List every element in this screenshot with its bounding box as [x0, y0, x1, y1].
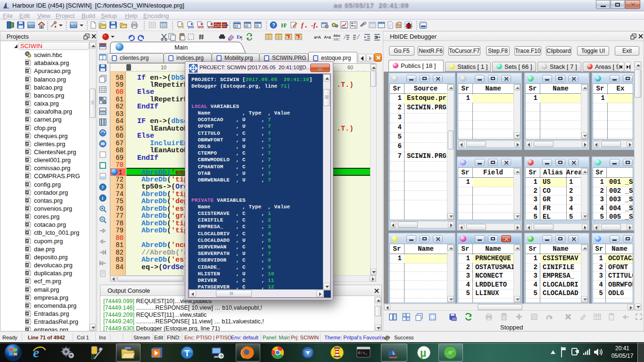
svg-text:¶: ¶	[240, 35, 242, 41]
svg-text:P: P	[26, 272, 29, 275]
svg-text:-f: -f	[311, 22, 316, 29]
svg-text:H: H	[281, 22, 286, 29]
svg-text:P: P	[26, 61, 29, 65]
svg-text:?: ?	[272, 22, 275, 28]
svg-text:P: P	[26, 280, 29, 283]
svg-text:P: P	[26, 288, 29, 291]
svg-text:C:\_: C:\_	[358, 351, 367, 355]
svg-text:P: P	[26, 263, 29, 267]
svg-text:Abc: Abc	[333, 33, 341, 38]
svg-text:1010: 1010	[198, 26, 204, 29]
svg-text:P: P	[26, 207, 29, 210]
svg-text:P: P	[26, 134, 29, 138]
svg-text:P: P	[26, 239, 29, 243]
svg-text:P: P	[26, 183, 29, 186]
svg-text:P: P	[26, 296, 29, 299]
svg-text:P: P	[26, 102, 29, 105]
svg-text:P: P	[26, 247, 29, 251]
svg-text:?: ?	[101, 185, 104, 190]
svg-text:P: P	[26, 166, 29, 170]
svg-text:P: P	[26, 304, 29, 307]
svg-text:P: P	[26, 78, 29, 81]
svg-text:P: P	[26, 69, 29, 73]
svg-text:P: P	[26, 328, 29, 331]
svg-text:P: P	[26, 126, 29, 130]
svg-text:f: f	[301, 22, 304, 29]
svg-text:P: P	[26, 118, 29, 121]
svg-text:a•A: a•A	[314, 35, 321, 40]
svg-text:P: P	[26, 312, 29, 315]
svg-text:SBC: SBC	[333, 38, 340, 41]
svg-text:P: P	[26, 231, 29, 234]
svg-text:P: P	[26, 191, 29, 194]
svg-text:P: P	[26, 199, 29, 202]
svg-text:P: P	[26, 223, 29, 226]
svg-text:P: P	[26, 174, 29, 178]
svg-text:P: P	[26, 86, 29, 89]
svg-text:T: T	[184, 348, 190, 358]
svg-text:µ: µ	[420, 347, 426, 359]
svg-text:P: P	[26, 142, 29, 146]
svg-text:P: P	[26, 158, 29, 162]
svg-text:1010: 1010	[207, 26, 214, 29]
svg-text:P: P	[26, 110, 29, 113]
svg-text:P: P	[26, 150, 29, 154]
svg-text:P: P	[26, 320, 29, 323]
svg-text:P: P	[26, 94, 29, 97]
svg-text:P: P	[26, 255, 29, 259]
svg-text:1010: 1010	[178, 26, 184, 29]
svg-text:A•a: A•a	[324, 35, 331, 40]
svg-text:1010: 1010	[188, 26, 194, 29]
svg-text:i: i	[102, 196, 103, 201]
svg-text:P: P	[26, 215, 29, 218]
